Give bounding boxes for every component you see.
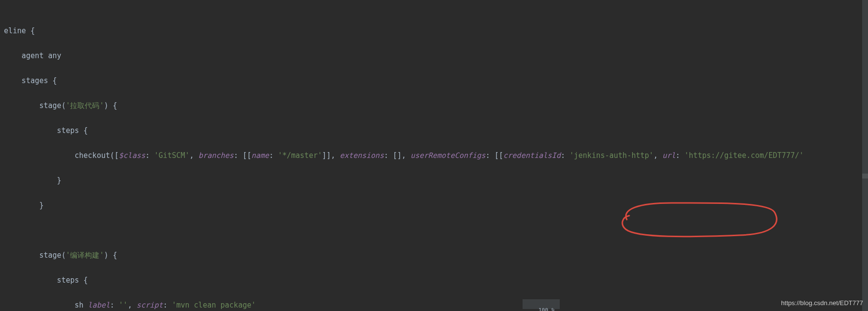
code-line: } [0, 175, 868, 187]
scrollbar-vertical[interactable] [862, 0, 868, 311]
code-line: sh label: '', script: 'mvn clean package… [0, 299, 868, 311]
code-editor[interactable]: eline { agent any stages { stage('拉取代码')… [0, 0, 868, 311]
zoom-text: 100 % [539, 307, 555, 311]
code-line: steps { [0, 125, 868, 137]
scrollbar-marker [862, 174, 868, 178]
code-line: } [0, 200, 868, 212]
watermark-text: https://blog.csdn.net/EDT777 [781, 297, 863, 310]
code-line: eline { [0, 25, 868, 38]
code-line: steps { [0, 274, 868, 287]
code-line: agent any [0, 50, 868, 63]
zoom-indicator[interactable]: 100 % [523, 299, 560, 309]
code-line: checkout([$class: 'GitSCM', branches: [[… [0, 150, 868, 162]
code-line [0, 224, 868, 237]
code-line: stage('编译构建') { [0, 249, 868, 262]
code-line: stage('拉取代码') { [0, 100, 868, 112]
code-line: stages { [0, 75, 868, 88]
